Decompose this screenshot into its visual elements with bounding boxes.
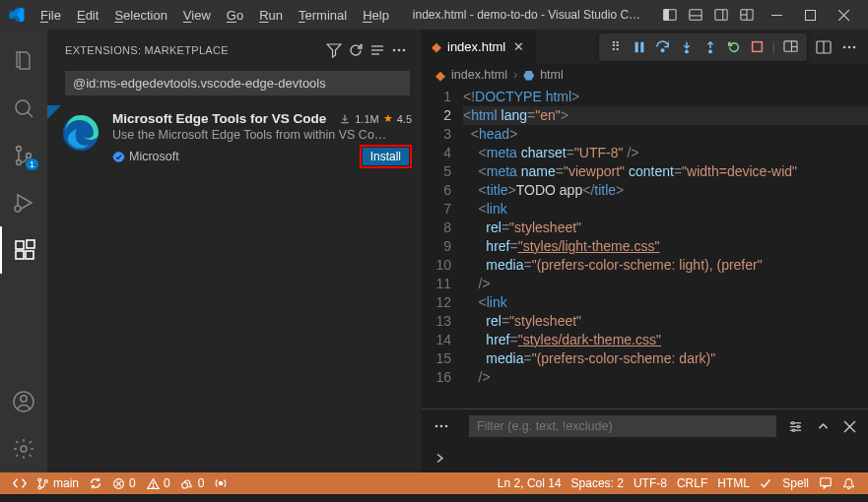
devtools-icon[interactable] xyxy=(779,36,801,58)
install-highlight: Install xyxy=(360,145,412,168)
menu-run[interactable]: Run xyxy=(252,4,290,27)
run-debug-icon[interactable] xyxy=(0,179,47,226)
filter-icon[interactable] xyxy=(323,39,345,61)
breadcrumb-file[interactable]: index.html xyxy=(451,68,507,82)
encoding-button[interactable]: UTF-8 xyxy=(629,472,672,494)
svg-rect-35 xyxy=(634,41,637,52)
errors-button[interactable]: 0 0 xyxy=(107,472,175,494)
panel-filter-input[interactable] xyxy=(469,415,776,437)
step-out-icon[interactable] xyxy=(700,36,721,58)
maximize-button[interactable] xyxy=(793,0,827,30)
svg-point-14 xyxy=(16,100,30,114)
svg-point-27 xyxy=(21,446,27,452)
account-icon[interactable] xyxy=(0,378,47,425)
svg-rect-21 xyxy=(16,241,24,249)
menu-go[interactable]: Go xyxy=(220,4,250,27)
feedback-icon[interactable] xyxy=(814,472,837,494)
svg-point-67 xyxy=(153,486,154,487)
panel-close-icon[interactable] xyxy=(841,420,858,433)
svg-rect-5 xyxy=(715,10,727,21)
download-icon xyxy=(339,113,351,125)
layout-icon[interactable] xyxy=(734,0,760,30)
spell-button[interactable]: Spell xyxy=(755,472,814,494)
vscode-logo-icon xyxy=(8,6,26,24)
breadcrumb-node[interactable]: html xyxy=(540,68,564,82)
code-editor[interactable]: 12345678910111213141516 <!DOCTYPE html><… xyxy=(422,86,868,408)
step-into-icon[interactable] xyxy=(676,36,698,58)
pause-icon[interactable] xyxy=(629,36,650,58)
eol-button[interactable]: CRLF xyxy=(672,472,712,494)
extensions-icon[interactable] xyxy=(0,226,47,274)
install-button[interactable]: Install xyxy=(363,148,409,165)
sidebar-title: EXTENSIONS: MARKETPLACE xyxy=(65,44,323,56)
branch-button[interactable]: main xyxy=(32,472,84,494)
svg-point-51 xyxy=(445,425,448,428)
extension-name: Microsoft Edge Tools for VS Code xyxy=(112,111,326,126)
drag-handle-icon[interactable]: ⠿ xyxy=(605,36,627,58)
extension-rating: 4.5 xyxy=(397,113,412,125)
extension-publisher: Microsoft xyxy=(129,150,179,163)
svg-point-61 xyxy=(38,486,41,489)
close-tab-icon[interactable]: ✕ xyxy=(511,39,526,54)
menu-selection[interactable]: Selection xyxy=(107,4,173,27)
panel-more-icon[interactable] xyxy=(432,418,451,434)
cursor-position[interactable]: Ln 2, Col 14 xyxy=(493,472,567,494)
indentation-button[interactable]: Spaces: 2 xyxy=(567,472,629,494)
verified-icon xyxy=(112,151,125,163)
svg-rect-36 xyxy=(640,41,643,52)
panel-collapse-icon[interactable] xyxy=(815,420,832,433)
extension-logo-icon xyxy=(59,111,102,155)
sync-button[interactable] xyxy=(84,472,107,494)
menu-view[interactable]: View xyxy=(176,4,218,27)
svg-rect-23 xyxy=(26,251,33,259)
svg-point-55 xyxy=(791,421,793,423)
live-button[interactable] xyxy=(209,472,233,494)
svg-point-18 xyxy=(27,154,32,158)
svg-point-26 xyxy=(21,396,27,402)
svg-point-60 xyxy=(38,477,41,480)
panel-right-icon[interactable] xyxy=(708,0,734,30)
svg-rect-2 xyxy=(664,10,668,21)
menu-edit[interactable]: Edit xyxy=(70,4,105,27)
breadcrumb[interactable]: ◆ index.html › ⬣ html xyxy=(422,64,868,86)
svg-point-47 xyxy=(848,45,851,48)
svg-rect-3 xyxy=(690,10,701,21)
menu-help[interactable]: Help xyxy=(356,4,396,27)
ports-button[interactable]: 0 xyxy=(175,472,210,494)
svg-point-16 xyxy=(17,147,22,152)
editor-tab[interactable]: ◆ index.html ✕ xyxy=(422,30,537,64)
minimize-button[interactable] xyxy=(760,0,793,30)
restart-icon[interactable] xyxy=(723,36,745,58)
language-button[interactable]: HTML xyxy=(712,472,755,494)
refresh-icon[interactable] xyxy=(345,39,367,61)
svg-point-32 xyxy=(398,49,401,52)
svg-point-38 xyxy=(685,50,687,52)
stop-icon[interactable] xyxy=(747,36,768,58)
split-editor-icon[interactable] xyxy=(813,36,835,58)
explorer-icon[interactable] xyxy=(0,37,47,85)
clear-icon[interactable] xyxy=(367,39,388,61)
html-file-icon: ◆ xyxy=(435,68,445,83)
svg-point-56 xyxy=(797,425,799,427)
notifications-icon[interactable] xyxy=(837,472,860,494)
html-file-icon: ◆ xyxy=(432,39,441,54)
remote-button[interactable] xyxy=(8,472,32,494)
panel-bottom-icon[interactable] xyxy=(683,0,708,30)
more-actions-icon[interactable] xyxy=(838,36,860,58)
filter-settings-icon[interactable] xyxy=(786,419,805,434)
step-over-icon[interactable] xyxy=(652,36,674,58)
svg-rect-22 xyxy=(16,251,24,259)
source-control-icon[interactable]: 1 xyxy=(0,132,47,179)
menu-file[interactable]: File xyxy=(33,4,68,27)
svg-point-39 xyxy=(708,50,710,52)
settings-gear-icon[interactable] xyxy=(0,425,47,472)
more-icon[interactable] xyxy=(388,39,410,61)
terminal-chevron-icon[interactable] xyxy=(432,452,448,465)
extension-item[interactable]: Microsoft Edge Tools for VS Code 1.1M ★ … xyxy=(47,105,422,174)
search-icon[interactable] xyxy=(0,85,47,132)
svg-point-37 xyxy=(661,49,664,52)
menu-terminal[interactable]: Terminal xyxy=(292,4,354,27)
panel-left-icon[interactable] xyxy=(657,0,683,30)
extension-search-input[interactable]: @id:ms-edgedevtools.vscode-edge-devtools xyxy=(65,71,410,95)
close-window-button[interactable] xyxy=(827,0,860,30)
